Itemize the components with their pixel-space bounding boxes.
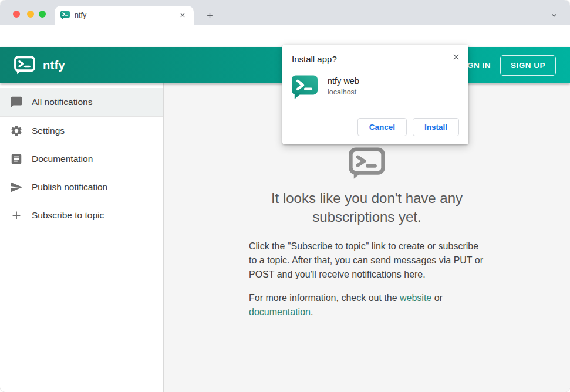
- sidebar-item-settings[interactable]: Settings: [0, 117, 163, 145]
- dialog-title: Install app?: [292, 54, 459, 64]
- dialog-close-icon[interactable]: [450, 50, 463, 63]
- app-title: ntfy: [43, 59, 65, 72]
- send-icon: [9, 180, 23, 194]
- install-app-dialog: Install app? ntfy web localhost Cancel I…: [282, 45, 468, 144]
- new-tab-button[interactable]: [202, 8, 217, 23]
- ntfy-favicon: [60, 11, 70, 20]
- ntfy-logo-icon: [14, 56, 35, 75]
- sidebar-item-label: Subscribe to topic: [32, 210, 104, 221]
- empty-state-paragraph: Click the "Subscribe to topic" link to c…: [249, 239, 485, 282]
- sidebar: All notifications Settings Documentation: [0, 83, 164, 392]
- dialog-app-origin: localhost: [328, 88, 359, 96]
- install-button[interactable]: Install: [413, 118, 459, 136]
- sidebar-item-label: Settings: [32, 126, 65, 136]
- tab-strip: ntfy: [0, 0, 570, 25]
- more-info-separator: or: [431, 293, 443, 303]
- sidebar-item-label: Documentation: [32, 154, 93, 164]
- sidebar-item-publish-notification[interactable]: Publish notification: [0, 173, 163, 201]
- empty-state-body: Click the "Subscribe to topic" link to c…: [249, 239, 485, 319]
- browser-tab-ntfy[interactable]: ntfy: [55, 6, 194, 25]
- dialog-actions: Cancel Install: [357, 118, 459, 136]
- empty-state-heading: It looks like you don't have any subscri…: [241, 189, 493, 227]
- dialog-app-texts: ntfy web localhost: [328, 75, 359, 96]
- tab-search-chevron-icon[interactable]: [547, 8, 562, 23]
- ntfy-logo-large-icon: [349, 147, 385, 182]
- dialog-app-name: ntfy web: [328, 76, 359, 86]
- sidebar-item-documentation[interactable]: Documentation: [0, 145, 163, 173]
- gear-icon: [9, 124, 23, 138]
- plus-icon: [9, 208, 23, 222]
- sidebar-item-subscribe-to-topic[interactable]: Subscribe to topic: [0, 201, 163, 229]
- chat-icon: [9, 95, 23, 109]
- empty-state-more-info: For more information, check out the webs…: [249, 291, 485, 319]
- browser-window: ntfy localhost: [0, 0, 570, 392]
- more-info-suffix: .: [311, 307, 313, 317]
- dialog-app-row: ntfy web localhost: [292, 75, 459, 100]
- browser-toolbar: localhost: [0, 25, 570, 47]
- article-icon: [9, 152, 23, 166]
- sidebar-item-label: Publish notification: [32, 182, 107, 192]
- minimize-window-button[interactable]: [27, 11, 34, 18]
- ntfy-app-icon: [292, 75, 318, 100]
- tab-title: ntfy: [75, 11, 177, 19]
- sign-up-button[interactable]: SIGN UP: [500, 55, 556, 76]
- tab-close-icon[interactable]: [177, 10, 188, 21]
- maximize-window-button[interactable]: [39, 11, 46, 18]
- documentation-link[interactable]: documentation: [249, 307, 311, 317]
- sidebar-item-label: All notifications: [32, 97, 92, 107]
- website-link[interactable]: website: [400, 293, 431, 303]
- more-info-prefix: For more information, check out the: [249, 293, 400, 303]
- sidebar-item-all-notifications[interactable]: All notifications: [0, 88, 163, 116]
- cancel-button[interactable]: Cancel: [357, 118, 407, 136]
- close-window-button[interactable]: [13, 11, 20, 18]
